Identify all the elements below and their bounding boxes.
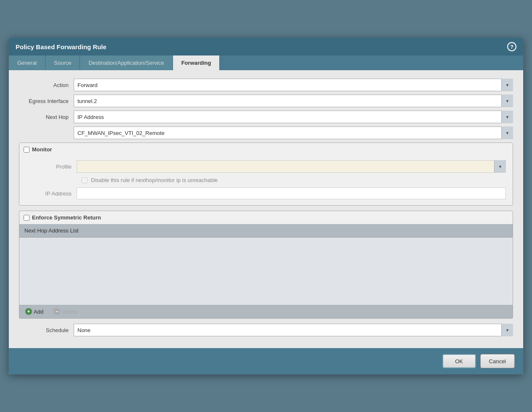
monitor-ip-row: IP Address: [26, 188, 506, 199]
monitor-profile-select[interactable]: [77, 160, 506, 173]
action-label: Action: [19, 82, 74, 88]
ok-button[interactable]: OK: [442, 354, 476, 368]
monitor-ip-label: IP Address: [26, 190, 77, 197]
policy-forwarding-dialog: Policy Based Forwarding Rule ? General S…: [8, 37, 524, 375]
add-label: Add: [34, 309, 43, 315]
schedule-select-wrapper: None: [74, 324, 513, 336]
action-select[interactable]: Forward: [74, 79, 513, 91]
monitor-checkbox[interactable]: [24, 147, 29, 153]
schedule-label: Schedule: [19, 327, 74, 333]
schedule-row: Schedule None: [19, 324, 513, 336]
egress-row: Egress Interface tunnel.2: [19, 95, 513, 107]
monitor-ip-input[interactable]: [77, 188, 506, 199]
monitor-profile-wrapper: [77, 160, 506, 173]
disable-rule-row: Disable this rule if nexthop/monitor ip …: [26, 177, 506, 183]
add-button[interactable]: + Add: [24, 307, 45, 316]
dialog-footer: OK Cancel: [9, 348, 523, 374]
disable-rule-label: Disable this rule if nexthop/monitor ip …: [91, 177, 218, 183]
monitor-section: Monitor Profile Disable this rule: [19, 143, 513, 206]
nexthop-profile-row: CF_MWAN_IPsec_VTI_02_Remote: [19, 127, 513, 139]
nexthop-select-wrapper: IP Address: [74, 111, 513, 123]
forwarding-content: Action Forward Egress Interface tunnel.2…: [9, 70, 523, 348]
cancel-button[interactable]: Cancel: [480, 354, 515, 368]
tab-general[interactable]: General: [9, 55, 45, 70]
nexthop-label: Next Hop: [19, 114, 74, 120]
action-row: Action Forward: [19, 79, 513, 91]
nexthop-select[interactable]: IP Address: [74, 111, 513, 123]
next-hop-table-body: [19, 238, 513, 305]
add-icon: +: [25, 308, 32, 315]
tab-bar: General Source Destination/Application/S…: [9, 55, 523, 70]
nexthop-profile-wrapper: CF_MWAN_IPsec_VTI_02_Remote: [74, 127, 513, 139]
dialog-title: Policy Based Forwarding Rule: [16, 43, 106, 50]
monitor-profile-row: Profile: [26, 160, 506, 173]
enforce-section-label: Enforce Symmetric Return: [32, 214, 101, 221]
monitor-header: Monitor: [19, 143, 513, 156]
egress-select[interactable]: tunnel.2: [74, 95, 513, 107]
monitor-section-label: Monitor: [32, 146, 52, 153]
enforce-content: Next Hop Address List + Add − Delete: [19, 224, 513, 318]
nexthop-profile-select[interactable]: CF_MWAN_IPsec_VTI_02_Remote: [74, 127, 513, 139]
nexthop-row: Next Hop IP Address: [19, 111, 513, 123]
enforce-section: Enforce Symmetric Return Next Hop Addres…: [19, 211, 513, 319]
tab-destination[interactable]: Destination/Application/Service: [80, 55, 173, 70]
title-bar: Policy Based Forwarding Rule ?: [9, 38, 523, 55]
disable-rule-checkbox[interactable]: [82, 177, 88, 183]
monitor-content: Profile Disable this rule if nexthop/mon…: [19, 156, 513, 205]
tab-forwarding[interactable]: Forwarding: [173, 55, 220, 70]
egress-select-wrapper: tunnel.2: [74, 95, 513, 107]
egress-label: Egress Interface: [19, 98, 74, 104]
enforce-checkbox[interactable]: [24, 215, 29, 221]
delete-icon: −: [53, 308, 60, 315]
tab-source[interactable]: Source: [45, 55, 80, 70]
schedule-select[interactable]: None: [74, 324, 513, 336]
help-icon[interactable]: ?: [507, 42, 516, 51]
table-footer: + Add − Delete: [19, 305, 513, 318]
delete-label: Delete: [62, 309, 78, 315]
monitor-profile-label: Profile: [26, 164, 77, 170]
next-hop-table-header: Next Hop Address List: [19, 224, 513, 238]
delete-button[interactable]: − Delete: [52, 307, 80, 316]
enforce-header: Enforce Symmetric Return: [19, 211, 513, 224]
action-select-wrapper: Forward: [74, 79, 513, 91]
